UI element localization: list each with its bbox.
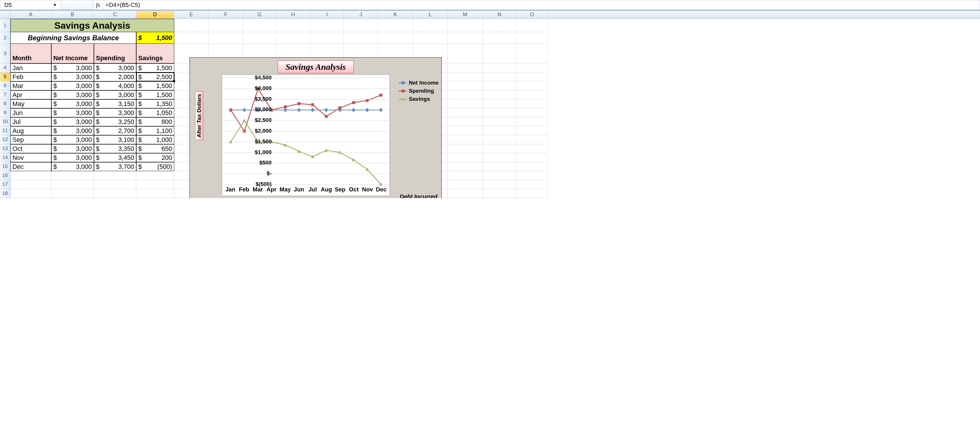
cell[interactable] [344, 19, 378, 32]
cell-savings[interactable]: $1,500 [136, 90, 174, 99]
title-cell[interactable]: Savings Analysis [10, 19, 174, 32]
header-month[interactable]: Month [10, 44, 51, 63]
cell[interactable] [516, 19, 548, 32]
row-header-16[interactable]: 16 [0, 171, 10, 180]
cell[interactable] [276, 19, 310, 32]
cell[interactable] [483, 180, 516, 189]
cell-savings[interactable]: $800 [136, 117, 174, 126]
row-header-5[interactable]: 5 [0, 72, 10, 81]
cell-income[interactable]: $3,000 [51, 153, 94, 162]
cell[interactable] [516, 189, 548, 198]
cell[interactable] [136, 180, 174, 189]
cell[interactable] [447, 90, 483, 99]
cell[interactable] [483, 63, 516, 72]
cell-month[interactable]: Jun [10, 108, 51, 117]
header-income[interactable]: Net Income [51, 44, 94, 63]
cell[interactable] [483, 19, 516, 32]
cell-savings[interactable]: $1,000 [136, 135, 174, 144]
cell[interactable] [10, 171, 51, 180]
cell[interactable] [516, 32, 548, 44]
row-header-7[interactable]: 7 [0, 90, 10, 99]
col-header-E[interactable]: E [174, 11, 209, 19]
cell-spending[interactable]: $3,700 [94, 162, 136, 171]
cell-month[interactable]: Nov [10, 153, 51, 162]
cell[interactable] [51, 171, 94, 180]
col-header-F[interactable]: F [209, 11, 243, 19]
select-all-corner[interactable] [0, 11, 10, 19]
cell[interactable] [447, 144, 483, 153]
cell[interactable] [483, 153, 516, 162]
col-header-C[interactable]: C [94, 11, 136, 19]
cell-spending[interactable]: $3,100 [94, 135, 136, 144]
formula-input[interactable]: =D4+(B5-C5) [103, 0, 980, 10]
cell-spending[interactable]: $3,000 [94, 63, 136, 72]
cell[interactable] [483, 171, 516, 180]
cell-savings[interactable]: $1,100 [136, 126, 174, 135]
cell[interactable] [344, 32, 378, 44]
cell-month[interactable]: Apr [10, 90, 51, 99]
row-header-10[interactable]: 10 [0, 117, 10, 126]
cell-income[interactable]: $3,000 [51, 162, 94, 171]
cell-month[interactable]: May [10, 99, 51, 108]
cell-income[interactable]: $3,000 [51, 135, 94, 144]
cell[interactable] [10, 189, 51, 198]
cell[interactable] [447, 117, 483, 126]
cell-savings[interactable]: $200 [136, 153, 174, 162]
cell-month[interactable]: Feb [10, 72, 51, 81]
cell[interactable] [413, 32, 447, 44]
row-header-15[interactable]: 15 [0, 162, 10, 171]
cell-spending[interactable]: $3,450 [94, 153, 136, 162]
cell[interactable] [447, 81, 483, 90]
cell[interactable] [136, 189, 174, 198]
cell-month[interactable]: Jul [10, 117, 51, 126]
cell[interactable] [483, 117, 516, 126]
cell-savings[interactable]: $2,500 [136, 72, 174, 81]
cell[interactable] [483, 90, 516, 99]
row-header-14[interactable]: 14 [0, 153, 10, 162]
row-header-1[interactable]: 1 [0, 19, 10, 32]
cell-spending[interactable]: $3,350 [94, 144, 136, 153]
cell-spending[interactable]: $3,300 [94, 108, 136, 117]
cell[interactable] [209, 32, 243, 44]
fx-icon[interactable]: fx [93, 0, 103, 10]
name-box-dropdown-icon[interactable]: ▼ [53, 3, 57, 7]
cell[interactable] [447, 171, 483, 180]
cell-savings[interactable]: $1,350 [136, 99, 174, 108]
row-header-17[interactable]: 17 [0, 180, 10, 189]
cell[interactable] [51, 180, 94, 189]
cell[interactable] [483, 135, 516, 144]
cell[interactable] [243, 19, 276, 32]
row-header-4[interactable]: 4 [0, 63, 10, 72]
beginning-balance-value[interactable]: $1,500 [136, 32, 174, 44]
cell-income[interactable]: $3,000 [51, 81, 94, 90]
cell[interactable] [483, 144, 516, 153]
cell[interactable] [94, 180, 136, 189]
cell[interactable] [483, 32, 516, 44]
cell[interactable] [483, 108, 516, 117]
cell[interactable] [483, 81, 516, 90]
cell-month[interactable]: Oct [10, 144, 51, 153]
col-header-M[interactable]: M [447, 11, 483, 19]
cell-income[interactable]: $3,000 [51, 117, 94, 126]
cell[interactable] [516, 99, 548, 108]
cell[interactable] [483, 72, 516, 81]
cell-spending[interactable]: $3,150 [94, 99, 136, 108]
cell[interactable] [516, 44, 548, 63]
cell[interactable] [378, 32, 413, 44]
cell[interactable] [516, 144, 548, 153]
cell-savings[interactable]: $1,500 [136, 63, 174, 72]
col-header-K[interactable]: K [378, 11, 413, 19]
row-header-11[interactable]: 11 [0, 126, 10, 135]
row-header-8[interactable]: 8 [0, 99, 10, 108]
cell-savings[interactable]: $(500) [136, 162, 174, 171]
cell[interactable] [447, 162, 483, 171]
cell[interactable] [483, 44, 516, 63]
cell-spending[interactable]: $4,000 [94, 81, 136, 90]
cell[interactable] [516, 171, 548, 180]
row-header-2[interactable]: 2 [0, 32, 10, 44]
cell-spending[interactable]: $2,700 [94, 126, 136, 135]
cell[interactable] [516, 135, 548, 144]
cell[interactable] [276, 32, 310, 44]
row-header-18[interactable]: 18 [0, 189, 10, 198]
col-header-B[interactable]: B [51, 11, 94, 19]
